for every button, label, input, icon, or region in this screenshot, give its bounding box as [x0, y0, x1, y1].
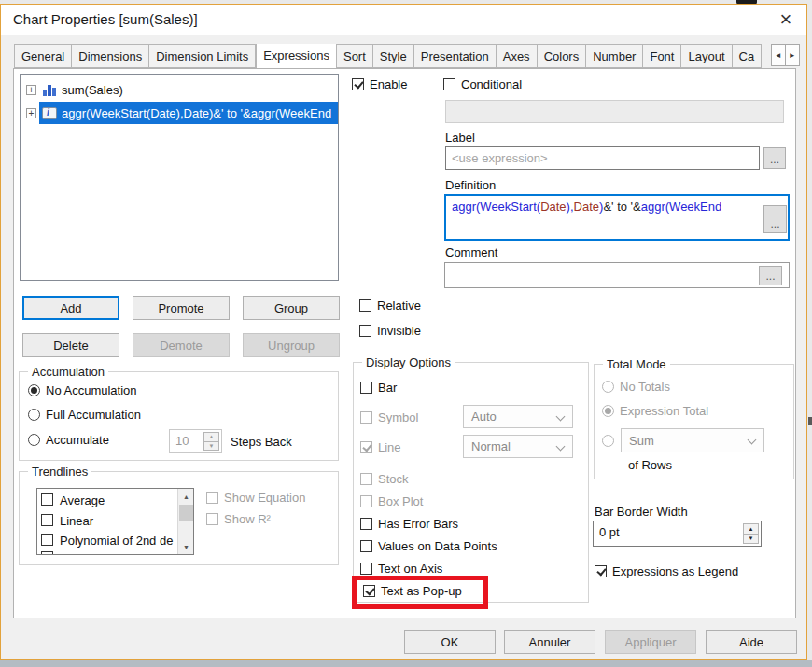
chevron-down-icon [556, 442, 566, 452]
apply-button[interactable]: Appliquer [605, 630, 696, 654]
checkbox-stock[interactable]: Stock [360, 472, 409, 486]
tab-caption[interactable]: Ca [733, 44, 763, 68]
trendline-item-polynomial2[interactable]: Polynomial of 2nd de [41, 534, 174, 548]
promote-button[interactable]: Promote [133, 296, 230, 320]
definition-more-button[interactable]: ... [763, 205, 787, 233]
trendline-item-polynomial3[interactable]: Polynomial of 3rd de [41, 551, 174, 555]
spin-down-icon[interactable]: ▼ [203, 442, 219, 452]
radio-icon [28, 434, 40, 446]
tab-colors[interactable]: Colors [538, 44, 587, 68]
aggregate-mode-dropdown[interactable]: Sum [621, 428, 764, 452]
tab-font[interactable]: Font [643, 44, 681, 68]
chart-properties-dialog: Chart Properties [sum(Sales)] × General … [0, 4, 807, 660]
checkbox-invisible[interactable]: Invisible [359, 324, 421, 338]
checkbox-icon [359, 299, 371, 312]
checkbox-symbol[interactable]: Symbol [360, 410, 418, 424]
radio-accumulate[interactable]: Accumulate [28, 433, 109, 447]
checkbox-show-r2[interactable]: Show R² [206, 512, 271, 526]
label-input[interactable] [445, 146, 760, 170]
comment-input[interactable] [444, 262, 790, 288]
line-mode-dropdown[interactable]: Normal [463, 435, 573, 458]
checkbox-enable[interactable]: Enable [352, 77, 407, 91]
checkbox-icon [206, 513, 218, 525]
checkbox-show-equation[interactable]: Show Equation [206, 491, 305, 505]
tab-sort[interactable]: Sort [337, 44, 373, 68]
expression-row-aggr[interactable]: + aggr(WeekStart(Date),Date)&' to '&aggr… [21, 102, 338, 124]
checkbox-box-plot[interactable]: Box Plot [360, 494, 423, 508]
trendlines-scrollbar[interactable]: ▲ ▼ [177, 489, 193, 554]
checkbox-icon [595, 565, 607, 577]
expression-row-sum-sales[interactable]: + sum(Sales) [21, 78, 338, 101]
tab-scroll-left-icon[interactable]: ◄ [771, 44, 786, 66]
scroll-up-icon[interactable]: ▲ [178, 489, 194, 504]
checkbox-icon [352, 78, 364, 90]
tab-presentation[interactable]: Presentation [414, 44, 497, 68]
scrollbar-thumb[interactable] [179, 505, 193, 521]
checkbox-icon [41, 551, 53, 555]
checkbox-conditional[interactable]: Conditional [443, 77, 522, 91]
expand-icon[interactable]: + [26, 108, 36, 118]
group-button[interactable]: Group [243, 296, 340, 320]
tab-bar: General Dimensions Dimension Limits Expr… [14, 44, 771, 68]
steps-back-stepper[interactable]: 10 ▲ ▼ [169, 429, 222, 453]
radio-full-accumulation[interactable]: Full Accumulation [28, 408, 141, 422]
checkbox-values-on-data-points[interactable]: Values on Data Points [360, 539, 497, 553]
expression-list: + sum(Sales) + aggr(WeekStart(Date),Date… [20, 74, 339, 281]
help-button[interactable]: Aide [706, 630, 797, 654]
tab-general[interactable]: General [14, 44, 72, 68]
comment-field-title: Comment [445, 245, 497, 259]
ungroup-button[interactable]: Ungroup [243, 333, 340, 357]
tab-number[interactable]: Number [586, 44, 643, 68]
label-more-button[interactable]: ... [763, 147, 786, 169]
checkbox-bar[interactable]: Bar [360, 381, 397, 395]
radio-expression-total[interactable]: Expression Total [602, 404, 708, 418]
red-highlight-annotation [352, 576, 488, 609]
cancel-button[interactable]: Annuler [504, 630, 595, 654]
definition-expression[interactable]: aggr(WeekStart(Date),Date)&' to '&aggr(W… [444, 194, 790, 241]
add-button[interactable]: Add [22, 296, 119, 320]
checkbox-expressions-as-legend[interactable]: Expressions as Legend [595, 564, 738, 578]
checkbox-icon [206, 492, 218, 504]
tab-dimension-limits[interactable]: Dimension Limits [149, 44, 256, 68]
close-icon[interactable]: × [772, 7, 800, 35]
dialog-title: Chart Properties [sum(Sales)] [13, 11, 198, 27]
ok-button[interactable]: OK [404, 630, 496, 654]
checkbox-icon [443, 78, 455, 90]
symbol-mode-dropdown[interactable]: Auto [463, 405, 573, 428]
accumulation-group-title: Accumulation [28, 365, 108, 379]
popup-text-icon [42, 107, 57, 119]
bar-border-width-label: Bar Border Width [595, 505, 688, 519]
bar-chart-icon [42, 84, 57, 96]
background-app-fragment [808, 417, 812, 425]
checkbox-icon [41, 493, 53, 506]
scroll-down-icon[interactable]: ▼ [178, 539, 194, 554]
trendline-item-linear[interactable]: Linear [41, 514, 93, 528]
demote-button[interactable]: Demote [133, 333, 230, 357]
radio-no-accumulation[interactable]: No Accumulation [28, 383, 137, 397]
checkbox-text-on-axis[interactable]: Text on Axis [360, 562, 442, 576]
tab-axes[interactable]: Axes [497, 44, 538, 68]
bar-border-width-stepper[interactable]: 0 pt ▲ ▼ [593, 521, 762, 547]
tab-layout[interactable]: Layout [681, 44, 732, 68]
checkbox-line[interactable]: Line [360, 440, 401, 454]
tab-dimensions[interactable]: Dimensions [72, 44, 149, 68]
radio-no-totals[interactable]: No Totals [602, 380, 670, 394]
checkbox-has-error-bars[interactable]: Has Error Bars [360, 517, 458, 531]
expand-icon[interactable]: + [26, 85, 36, 95]
total-mode-title: Total Mode [603, 357, 670, 371]
tab-style[interactable]: Style [373, 44, 414, 68]
tab-expressions[interactable]: Expressions [256, 44, 337, 68]
radio-icon [28, 384, 40, 396]
spin-up-icon[interactable]: ▲ [743, 523, 759, 535]
checkbox-relative[interactable]: Relative [359, 299, 421, 313]
spin-down-icon[interactable]: ▼ [743, 535, 759, 545]
comment-more-button[interactable]: ... [759, 266, 782, 285]
checkbox-icon [360, 563, 372, 575]
delete-button[interactable]: Delete [22, 333, 119, 357]
spin-up-icon[interactable]: ▲ [203, 432, 219, 442]
trendline-item-average[interactable]: Average [41, 493, 105, 507]
checkbox-icon [360, 441, 372, 453]
tab-scroll-right-icon[interactable]: ► [786, 44, 801, 66]
radio-aggregate-total[interactable] [602, 434, 614, 447]
label-field-title: Label [445, 131, 475, 145]
